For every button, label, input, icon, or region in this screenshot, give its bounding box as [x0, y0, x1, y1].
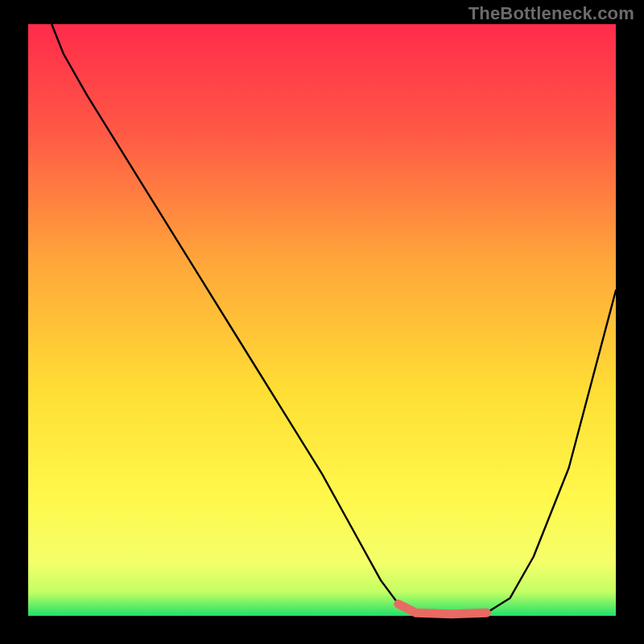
watermark-text: TheBottleneck.com — [469, 3, 634, 24]
chart-frame: TheBottleneck.com — [0, 0, 644, 644]
plot-background — [28, 24, 616, 616]
chart-svg — [0, 0, 644, 644]
